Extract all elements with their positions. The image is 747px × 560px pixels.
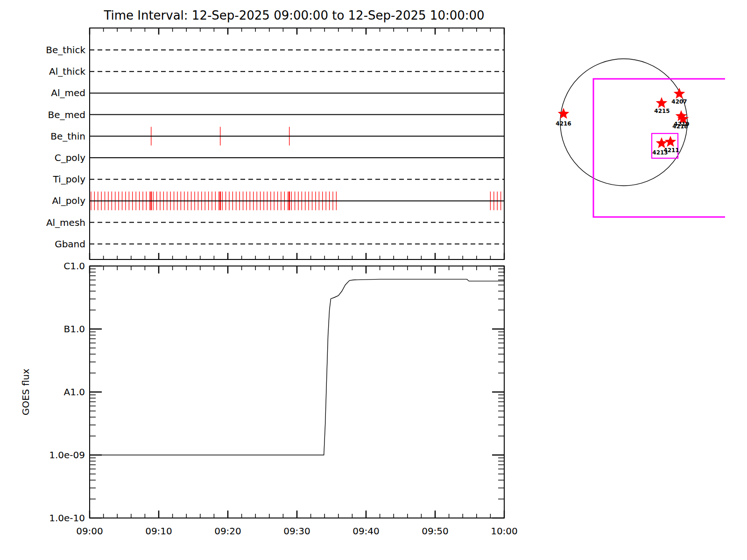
timeline-row-Ti_poly: Ti_poly xyxy=(53,174,504,185)
timeline-panel-border xyxy=(90,28,504,259)
active-region-label: 4211 xyxy=(663,147,679,154)
xrt-filter-timeline-panel: Be_thickAl_thickAl_medBe_medBe_thinC_pol… xyxy=(46,28,504,259)
timeline-row-Al_mesh: Al_mesh xyxy=(46,217,504,228)
y-tick-label: 1.0e-09 xyxy=(49,449,85,461)
solar-limb-circle xyxy=(560,59,687,186)
filter-label: Be_med xyxy=(48,109,85,120)
y-tick-label: C1.0 xyxy=(63,260,85,272)
y-tick-label: 1.0e-10 xyxy=(49,512,85,524)
goes-flux-axis-title: GOES flux xyxy=(20,369,31,415)
timeline-row-Be_med: Be_med xyxy=(48,109,504,120)
x-tick-label: 09:40 xyxy=(352,525,380,537)
timeline-row-Al_med: Al_med xyxy=(51,87,504,98)
active-region-star-4216 xyxy=(558,108,570,119)
x-tick-label: 09:50 xyxy=(422,525,449,537)
active-region-star-4213 xyxy=(656,137,668,148)
filter-label: Gband xyxy=(55,238,85,250)
active-region-star-4215 xyxy=(656,97,668,108)
y-tick-label: A1.0 xyxy=(64,386,85,398)
active-region-label: 4215 xyxy=(654,108,669,114)
x-tick-label: 10:00 xyxy=(491,525,518,537)
x-tick-label: 09:00 xyxy=(76,525,103,537)
x-tick-label: 09:20 xyxy=(214,525,241,537)
filter-label: Al_mesh xyxy=(46,217,85,228)
active-region-label: 4207 xyxy=(671,98,687,105)
timeline-row-Al_thick: Al_thick xyxy=(49,66,504,77)
timeline-row-Gband: Gband xyxy=(55,238,504,250)
timeline-row-Be_thick: Be_thick xyxy=(46,44,504,56)
active-region-star-4207 xyxy=(674,88,685,99)
solar-disk-map: 4216421542074219421842134211 xyxy=(556,59,725,217)
timeline-row-Be_thin: Be_thin xyxy=(50,127,504,146)
active-region-label: 4216 xyxy=(556,120,571,127)
filter-label: Be_thin xyxy=(50,131,85,142)
x-tick-label: 09:10 xyxy=(145,525,172,537)
filter-label: C_poly xyxy=(55,152,85,163)
timeline-row-C_poly: C_poly xyxy=(55,152,504,163)
filter-label: Ti_poly xyxy=(53,174,86,185)
active-region-star-4211 xyxy=(665,136,677,147)
filter-label: Be_thick xyxy=(46,44,85,56)
x-tick-label: 09:30 xyxy=(283,525,310,537)
timeline-row-Al_poly: Al_poly xyxy=(52,191,504,210)
plot-canvas: Time Interval: 12-Sep-2025 09:00:00 to 1… xyxy=(0,0,747,560)
goes-flux-panel: C1.0B1.0A1.01.0e-091.0e-1009:0009:1009:2… xyxy=(20,260,518,537)
filter-label: Al_poly xyxy=(52,195,85,206)
plot-title: Time Interval: 12-Sep-2025 09:00:00 to 1… xyxy=(103,8,484,22)
active-region-label: 4218 xyxy=(672,123,688,130)
plot-svg: Time Interval: 12-Sep-2025 09:00:00 to 1… xyxy=(0,0,747,560)
filter-label: Al_med xyxy=(51,87,85,98)
filter-label: Al_thick xyxy=(49,66,85,77)
y-tick-label: B1.0 xyxy=(63,323,85,335)
large-fov-box xyxy=(593,79,725,217)
goes-flux-curve xyxy=(90,279,504,455)
goes-panel-border xyxy=(90,266,504,518)
